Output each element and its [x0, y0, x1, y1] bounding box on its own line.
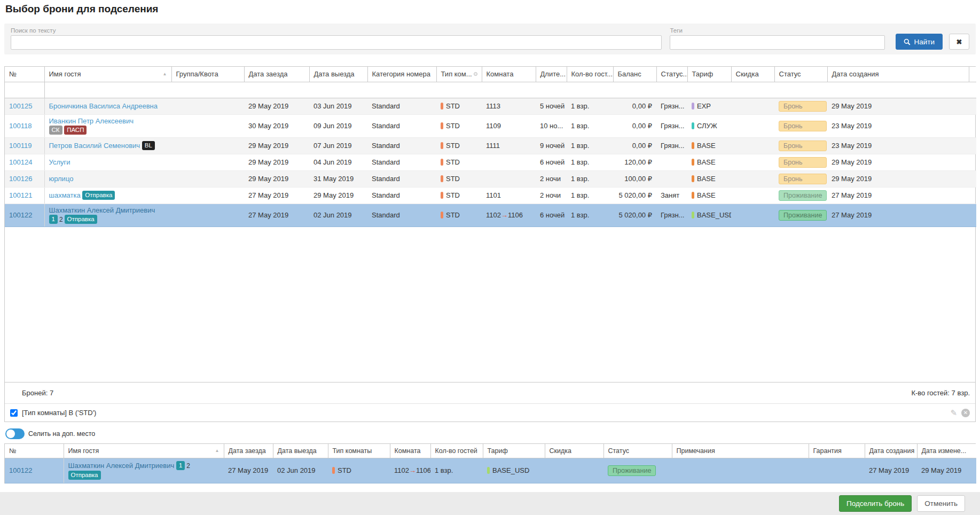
table-row[interactable]: 100118 Иванкин Петр Алексеевич СК ПАСП 3… [5, 114, 976, 137]
search-text-label: Поиск по тексту [11, 27, 662, 34]
col-departure-date[interactable]: Дата выезда [273, 444, 328, 458]
search-text-input[interactable] [11, 35, 662, 50]
filter-indicator-icon [474, 72, 477, 76]
extra-bed-toggle-label: Селить на доп. место [28, 430, 95, 438]
selected-booking-row[interactable]: 100122 Шахматкин Алексей Дмитриевич 12 О… [5, 458, 976, 483]
guest-name-link[interactable]: Услуги [49, 158, 70, 166]
col-discount[interactable]: Скидка [545, 444, 603, 458]
col-number[interactable]: № [5, 67, 44, 82]
extra-bed-toggle[interactable] [5, 428, 25, 439]
guest-tag-count: 1 [176, 461, 185, 470]
tags-label: Теги [670, 27, 885, 34]
col-tariff[interactable]: Тариф [483, 444, 545, 458]
col-room[interactable]: Комната [390, 444, 430, 458]
col-departure-date[interactable]: Дата выезда [309, 67, 367, 82]
table-row[interactable]: 100126 юрлицо 29 May 2019 31 May 2019 St… [5, 170, 976, 187]
room-type-marker [332, 467, 335, 474]
table-row[interactable]: 100121 шахматка Отправка 27 May 2019 29 … [5, 187, 976, 204]
guest-name-link[interactable]: Шахматкин Алексей Дмитриевич [68, 462, 175, 470]
table-row[interactable]: 100119 Петров Василий Семенович BL 29 Ma… [5, 137, 976, 154]
room-type-marker [441, 212, 443, 219]
remove-filter-icon[interactable]: ✕ [961, 409, 970, 417]
col-guest-name[interactable]: Имя гостя▲ [44, 67, 171, 82]
filter-label: [Тип комнаты] В ('STD') [22, 409, 96, 417]
col-guest-count[interactable]: Кол-во гост... [567, 67, 613, 82]
col-status[interactable]: Статус [774, 67, 827, 82]
booking-id-link[interactable]: 100122 [9, 466, 32, 474]
guest-name-link[interactable]: Шахматкин Алексей Дмитриевич [49, 206, 155, 214]
tariff-marker [487, 467, 490, 474]
booking-id-link[interactable]: 100124 [9, 158, 32, 166]
room-type-marker [441, 159, 443, 166]
room-type-marker [441, 142, 443, 149]
col-guarantee[interactable]: Гарантия [809, 444, 865, 458]
col-arrival-date[interactable]: Дата заезда [224, 444, 273, 458]
col-room-type[interactable]: Тип ком... [436, 67, 482, 82]
bookings-count: Броней: 7 [22, 389, 53, 397]
room-type-marker [441, 122, 443, 129]
col-status[interactable]: Статус [603, 444, 672, 458]
room-move-arrow-icon: → [501, 211, 508, 219]
col-tariff[interactable]: Тариф [687, 67, 731, 82]
table-row[interactable]: 100125 Броничкина Василиса Андреевна 29 … [5, 98, 976, 114]
col-arrival-date[interactable]: Дата заезда [244, 67, 309, 82]
room-type-marker [441, 103, 443, 110]
bottom-table-header: № Имя гостя▲ Дата заезда Дата выезда Тип… [5, 444, 976, 458]
guest-tag-send: Отправка [82, 191, 115, 200]
tariff-marker [692, 159, 694, 166]
grid-footer: Броней: 7 К-во гостей: 7 взр. [5, 382, 975, 403]
cancel-button[interactable]: Отменить [917, 495, 965, 512]
booking-id-link[interactable]: 100125 [9, 102, 32, 110]
guest-name-link[interactable]: Петров Василий Семенович [49, 142, 140, 150]
guest-name-link[interactable]: Иванкин Петр Алексеевич [49, 117, 134, 125]
tariff-marker [692, 192, 694, 199]
clear-search-button[interactable]: ✖ [949, 34, 969, 50]
col-discount[interactable]: Скидка [731, 67, 774, 82]
guest-tag-send: Отправка [65, 215, 97, 224]
status-badge: Проживание [608, 465, 656, 476]
column-filter-row[interactable] [5, 82, 976, 98]
table-row[interactable]: 100124 Услуги 29 May 2019 04 Jun 2019 St… [5, 154, 976, 170]
room-type-marker [441, 192, 443, 199]
guest-name-link[interactable]: юрлицо [49, 175, 74, 183]
booking-id-link[interactable]: 100119 [9, 142, 32, 150]
col-room-type[interactable]: Тип комнаты [328, 444, 390, 458]
booking-id-link[interactable]: 100126 [9, 175, 32, 183]
col-guest-name[interactable]: Имя гостя▲ [64, 444, 224, 458]
col-modified-date[interactable]: Дата измене... [917, 444, 976, 458]
guest-name-link[interactable]: шахматка [49, 191, 81, 199]
find-button-label: Найти [914, 38, 935, 46]
status-badge: Проживание [779, 210, 827, 221]
col-number[interactable]: № [5, 444, 64, 458]
tariff-marker [692, 142, 694, 149]
table-row-selected[interactable]: 100122 Шахматкин Алексей Дмитриевич 12От… [5, 204, 976, 227]
guest-tag-send: Отправка [68, 471, 101, 480]
col-notes[interactable]: Примечания [672, 444, 809, 458]
dialog-action-bar: Подселить бронь Отменить [0, 492, 980, 515]
booking-id-link[interactable]: 100118 [9, 122, 32, 130]
col-created-date[interactable]: Дата создания [865, 444, 917, 458]
bookings-grid: № Имя гостя▲ Группа/Квота Дата заезда Да… [4, 66, 976, 422]
find-button[interactable]: Найти [896, 34, 943, 50]
col-room[interactable]: Комната [482, 67, 536, 82]
col-hk-status[interactable]: Статус... [656, 67, 687, 82]
status-badge: Проживание [779, 190, 827, 201]
submit-co-living-button[interactable]: Подселить бронь [839, 495, 912, 512]
col-room-category[interactable]: Категория номера [367, 67, 436, 82]
tags-input[interactable] [670, 35, 885, 50]
tariff-marker [692, 103, 694, 110]
col-guest-count[interactable]: Кол-во гостей [430, 444, 483, 458]
col-group-quota[interactable]: Группа/Квота [171, 67, 244, 82]
guest-tag-count: 1 [49, 215, 58, 224]
toggle-knob-icon [6, 430, 15, 438]
filter-checkbox[interactable] [10, 409, 18, 417]
edit-filter-icon[interactable]: ✎ [950, 408, 957, 418]
col-duration[interactable]: Длите... [536, 67, 567, 82]
guest-name-link[interactable]: Броничкина Василиса Андреевна [49, 102, 158, 110]
booking-id-link[interactable]: 100122 [9, 211, 32, 219]
tariff-marker [692, 122, 694, 129]
col-created-date[interactable]: Дата создания [827, 67, 969, 82]
col-balance[interactable]: Баланс [613, 67, 656, 82]
booking-id-link[interactable]: 100121 [9, 191, 32, 199]
guest-tag-count2: 2 [186, 462, 190, 470]
